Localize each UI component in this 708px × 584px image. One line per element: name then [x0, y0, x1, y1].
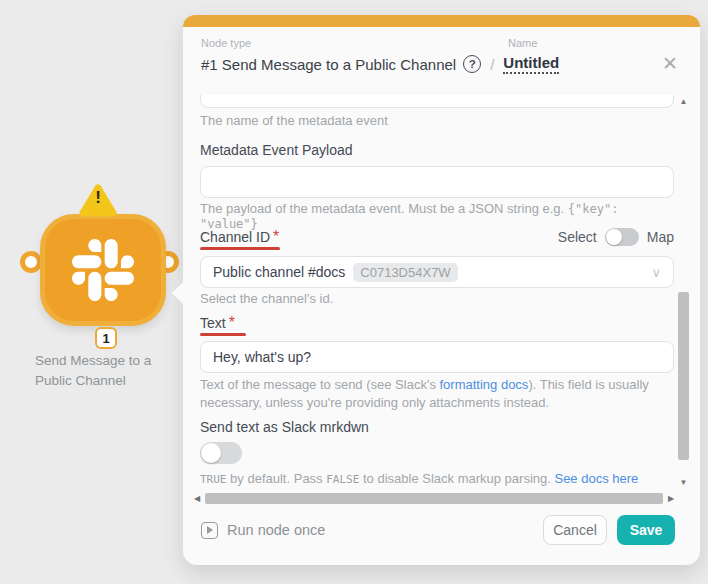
- required-asterisk: *: [273, 228, 279, 245]
- node-name-editable[interactable]: Untitled: [503, 54, 559, 74]
- channel-id-underline: [200, 247, 280, 250]
- panel-accent-bar: [183, 15, 700, 27]
- metadata-name-help: The name of the metadata event: [200, 113, 388, 128]
- map-label: Map: [647, 229, 674, 245]
- scroll-up-icon[interactable]: ▲: [677, 97, 690, 106]
- text-label: Text: [200, 315, 226, 331]
- payload-help: The payload of the metadata event. Must …: [200, 201, 674, 231]
- select-label: Select: [558, 229, 597, 245]
- node-title-label: Send Message to a Public Channel: [35, 351, 187, 391]
- metadata-event-payload-input[interactable]: [200, 166, 674, 198]
- chevron-down-icon: ∨: [651, 265, 661, 280]
- run-node-once-label: Run node once: [227, 522, 325, 538]
- select-map-switch: Select Map: [558, 228, 674, 246]
- see-docs-link[interactable]: See docs here: [554, 471, 638, 486]
- channel-selected-value: Public channel #docs: [213, 264, 345, 280]
- text-input[interactable]: [200, 341, 674, 373]
- header-separator: /: [490, 56, 494, 73]
- node-type-label: Node type: [201, 37, 251, 49]
- channel-help: Select the channel's id.: [200, 291, 333, 306]
- formatting-docs-link[interactable]: formatting docs: [440, 377, 529, 392]
- scroll-down-icon[interactable]: ▼: [677, 478, 690, 487]
- close-icon[interactable]: ✕: [662, 52, 678, 75]
- text-underline: [200, 333, 246, 336]
- payload-label: Metadata Event Payload: [200, 142, 353, 158]
- channel-id-row: Channel ID* Select Map: [200, 228, 674, 246]
- cancel-button[interactable]: Cancel: [543, 515, 607, 545]
- node-body[interactable]: [40, 214, 166, 326]
- save-button[interactable]: Save: [617, 515, 675, 545]
- channel-id-code: C0713D54X7W: [353, 263, 457, 282]
- vertical-scroll-thumb[interactable]: [678, 292, 689, 460]
- panel-pointer-notch: [172, 282, 183, 304]
- mrkdwn-help: TRUE by default. Pass FALSE to disable S…: [200, 471, 674, 486]
- text-help: Text of the message to send (see Slack's…: [200, 376, 674, 412]
- required-asterisk: *: [229, 314, 235, 331]
- workflow-canvas: ! 1 Send Message to a Public Channel Nod…: [0, 0, 708, 584]
- help-icon[interactable]: ?: [463, 55, 481, 73]
- node-input-port[interactable]: [20, 251, 42, 273]
- panel-header-row: #1 Send Message to a Public Channel ? / …: [201, 54, 559, 74]
- node-type-title: #1 Send Message to a Public Channel: [201, 56, 456, 73]
- warning-exclamation: !: [79, 188, 117, 208]
- select-map-toggle[interactable]: [605, 228, 639, 246]
- node-number-badge: 1: [95, 327, 117, 349]
- form-scroll-area: The name of the metadata event Metadata …: [200, 95, 674, 489]
- channel-dropdown[interactable]: Public channel #docs C0713D54X7W ∨: [200, 256, 674, 288]
- node-settings-panel: Node type Name #1 Send Message to a Publ…: [183, 15, 700, 565]
- warning-triangle-icon[interactable]: !: [79, 184, 117, 218]
- metadata-event-name-input[interactable]: [200, 95, 674, 108]
- slack-logo-icon: [72, 239, 134, 301]
- toggle-knob: [201, 443, 221, 463]
- toggle-knob: [606, 229, 622, 245]
- vertical-scrollbar[interactable]: ▲ ▼: [677, 95, 690, 489]
- scroll-left-icon[interactable]: ◀: [191, 494, 203, 503]
- mrkdwn-toggle[interactable]: [200, 442, 242, 464]
- mrkdwn-label: Send text as Slack mrkdwn: [200, 419, 369, 435]
- panel-footer: Run node once Cancel Save: [183, 503, 700, 565]
- name-label: Name: [508, 37, 537, 49]
- text-label-row: Text*: [200, 314, 235, 332]
- run-node-once-button[interactable]: Run node once: [201, 522, 325, 539]
- channel-id-label: Channel ID: [200, 229, 270, 245]
- play-icon: [201, 522, 218, 539]
- scroll-right-icon[interactable]: ▶: [665, 494, 677, 503]
